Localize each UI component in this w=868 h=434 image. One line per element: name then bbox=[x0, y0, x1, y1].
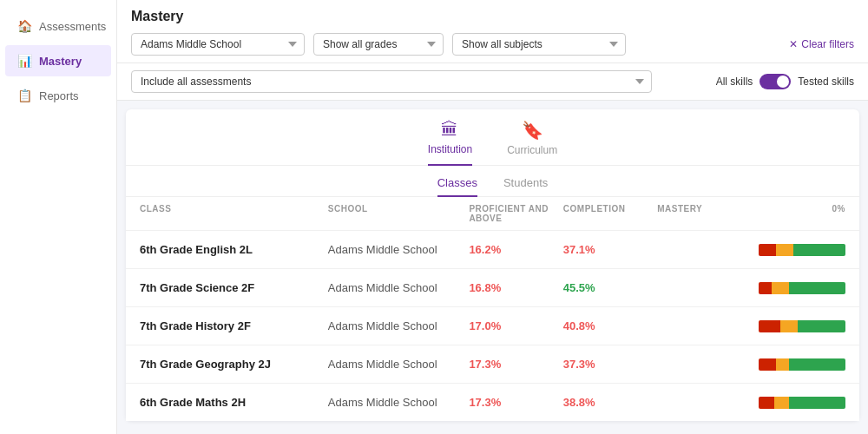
bar-segment-green bbox=[789, 282, 845, 294]
completion-value: 37.1% bbox=[563, 243, 657, 256]
sidebar-item-label: Mastery bbox=[39, 55, 82, 68]
bar-segment-orange bbox=[776, 244, 793, 256]
subject-filter[interactable]: Show all subjects bbox=[452, 33, 626, 56]
col-header-completion: Completion bbox=[563, 204, 657, 223]
header-bar: Mastery Adams Middle School Show all gra… bbox=[117, 0, 868, 63]
table-row[interactable]: 7th Grade Science 2F Adams Middle School… bbox=[126, 268, 859, 306]
curriculum-icon: 🔖 bbox=[522, 120, 543, 141]
completion-value: 37.3% bbox=[563, 358, 657, 371]
completion-value: 38.8% bbox=[563, 396, 657, 409]
mastery-bar bbox=[759, 358, 845, 371]
col-header-school: School bbox=[328, 204, 470, 223]
clear-filters-button[interactable]: ✕ Clear filters bbox=[789, 38, 854, 50]
col-header-class: Class bbox=[140, 204, 328, 223]
tab-institution[interactable]: 🏛 Institution bbox=[428, 120, 472, 165]
class-name: 6th Grade English 2L bbox=[140, 243, 328, 256]
sidebar-item-mastery[interactable]: 📊 Mastery bbox=[5, 45, 111, 76]
school-name: Adams Middle School bbox=[328, 396, 470, 409]
proficient-value: 16.2% bbox=[469, 243, 562, 256]
bar-segment-green bbox=[789, 358, 845, 371]
bar-segment-red bbox=[759, 397, 774, 409]
class-name: 6th Grade Maths 2H bbox=[140, 396, 328, 409]
mastery-bar bbox=[759, 320, 845, 332]
proficient-value: 17.0% bbox=[469, 319, 562, 332]
sidebar-item-assessments[interactable]: 🏠 Assessments bbox=[5, 10, 111, 42]
subtab-students[interactable]: Students bbox=[503, 173, 548, 196]
bar-segment-red bbox=[759, 244, 776, 256]
grade-filter[interactable]: Show all grades bbox=[313, 33, 444, 56]
bar-segment-orange bbox=[780, 320, 798, 332]
sidebar-item-reports[interactable]: 📋 Reports bbox=[5, 80, 111, 111]
school-name: Adams Middle School bbox=[328, 319, 470, 332]
home-icon: 🏠 bbox=[17, 19, 32, 33]
bar-segment-orange bbox=[776, 358, 789, 371]
mastery-bar bbox=[759, 244, 845, 256]
class-name: 7th Grade Science 2F bbox=[140, 281, 328, 294]
mastery-bar-col bbox=[752, 397, 845, 409]
toggle-knob bbox=[777, 76, 789, 88]
sidebar: 🏠 Assessments 📊 Mastery 📋 Reports bbox=[0, 0, 117, 434]
chart-icon: 📊 bbox=[17, 54, 32, 68]
school-name: Adams Middle School bbox=[328, 358, 470, 371]
bar-segment-orange bbox=[772, 282, 789, 294]
main-tabs: 🏛 Institution 🔖 Curriculum bbox=[126, 109, 859, 166]
mastery-bar-col bbox=[752, 282, 845, 294]
mastery-bar-col bbox=[752, 244, 845, 256]
x-icon: ✕ bbox=[789, 38, 798, 50]
col-header-percent: 0% bbox=[752, 204, 845, 223]
subtab-classes-label: Classes bbox=[437, 176, 477, 189]
second-filter-row: Include all assessments All skills Teste… bbox=[117, 63, 868, 101]
sidebar-item-label: Reports bbox=[39, 89, 79, 102]
mastery-bar-col bbox=[752, 358, 845, 371]
table-row[interactable]: 6th Grade Maths 2H Adams Middle School 1… bbox=[126, 383, 859, 421]
col-header-proficient: Proficient and Above bbox=[469, 204, 562, 223]
completion-value: 45.5% bbox=[563, 281, 657, 294]
school-name: Adams Middle School bbox=[328, 281, 470, 294]
mastery-bar-col bbox=[752, 320, 845, 332]
bar-segment-red bbox=[759, 282, 772, 294]
table-container: Class School Proficient and Above Comple… bbox=[126, 197, 859, 421]
subtab-students-label: Students bbox=[503, 176, 548, 189]
skills-toggle: All skills Tested skills bbox=[716, 74, 854, 89]
all-skills-label: All skills bbox=[716, 76, 753, 88]
table-row[interactable]: 7th Grade History 2F Adams Middle School… bbox=[126, 306, 859, 345]
table-row[interactable]: 7th Grade Geography 2J Adams Middle Scho… bbox=[126, 345, 859, 383]
school-name: Adams Middle School bbox=[328, 243, 470, 256]
mastery-bar bbox=[759, 282, 845, 294]
completion-value: 40.8% bbox=[563, 319, 657, 332]
content-area: 🏛 Institution 🔖 Curriculum Classes Stude… bbox=[117, 101, 868, 434]
sub-tabs: Classes Students bbox=[126, 166, 859, 197]
proficient-value: 17.3% bbox=[469, 358, 562, 371]
bar-segment-red bbox=[759, 358, 776, 371]
filters-row: Adams Middle School Show all grades Show… bbox=[131, 33, 854, 56]
bar-segment-green bbox=[798, 320, 845, 332]
bar-segment-orange bbox=[774, 397, 789, 409]
proficient-value: 16.8% bbox=[469, 281, 562, 294]
tested-skills-label: Tested skills bbox=[798, 76, 854, 88]
sidebar-item-label: Assessments bbox=[39, 20, 106, 33]
bar-segment-green bbox=[789, 397, 845, 409]
table-header: Class School Proficient and Above Comple… bbox=[126, 197, 859, 230]
percent-label: 0% bbox=[832, 204, 845, 214]
school-filter[interactable]: Adams Middle School bbox=[131, 33, 305, 56]
tab-curriculum-label: Curriculum bbox=[507, 144, 557, 156]
page-title: Mastery bbox=[131, 9, 854, 24]
tab-curriculum[interactable]: 🔖 Curriculum bbox=[507, 120, 557, 165]
tab-section: 🏛 Institution 🔖 Curriculum Classes Stude… bbox=[126, 109, 859, 421]
subtab-classes[interactable]: Classes bbox=[437, 173, 477, 196]
table-row[interactable]: 6th Grade English 2L Adams Middle School… bbox=[126, 230, 859, 268]
skills-toggle-switch[interactable] bbox=[760, 74, 791, 89]
table-rows: 6th Grade English 2L Adams Middle School… bbox=[126, 230, 859, 421]
class-name: 7th Grade Geography 2J bbox=[140, 358, 328, 371]
col-header-mastery: Mastery bbox=[657, 204, 751, 223]
proficient-value: 17.3% bbox=[469, 396, 562, 409]
bar-segment-red bbox=[759, 320, 780, 332]
bar-segment-green bbox=[793, 244, 845, 256]
institution-icon: 🏛 bbox=[441, 120, 458, 140]
tab-institution-label: Institution bbox=[428, 143, 472, 155]
clear-filters-label: Clear filters bbox=[801, 38, 854, 50]
reports-icon: 📋 bbox=[17, 89, 32, 102]
mastery-bar bbox=[759, 397, 845, 409]
class-name: 7th Grade History 2F bbox=[140, 319, 328, 332]
assessment-filter[interactable]: Include all assessments bbox=[131, 70, 652, 93]
